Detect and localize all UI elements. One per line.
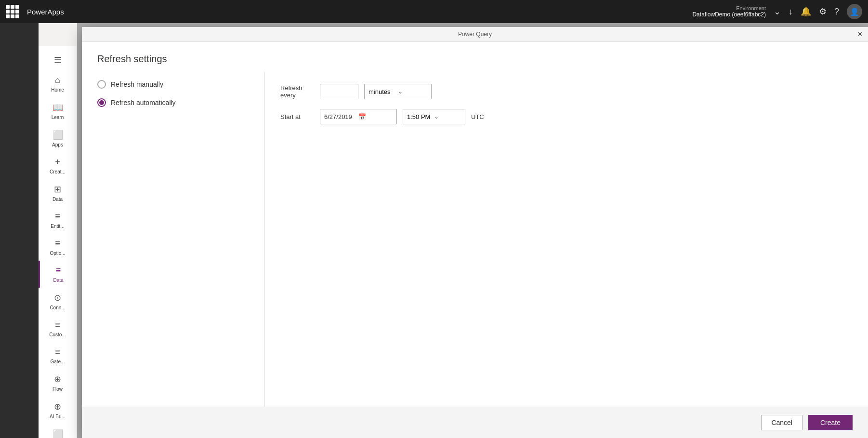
data-icon: ⊞ [54, 184, 61, 195]
custom-icon: ≡ [55, 320, 60, 330]
dataflows-icon: ≡ [56, 265, 61, 276]
refresh-manually-label: Refresh manually [111, 80, 163, 88]
chevron-down-icon[interactable]: ⌄ [774, 6, 781, 17]
date-input[interactable]: 6/27/2019 📅 [320, 109, 397, 124]
sidebar-item-menu[interactable]: ☰ [39, 50, 77, 70]
refresh-every-label: Refresh every [280, 84, 314, 99]
sidebar-item-dataflows-label: Data [41, 278, 75, 283]
start-at-label: Start at [280, 113, 314, 120]
modal-title-bar: Power Query × [82, 27, 868, 42]
home-icon: ⌂ [55, 75, 60, 85]
options-icon: ≡ [55, 239, 60, 249]
refresh-interval-input[interactable] [320, 84, 358, 99]
dialog-title: Power Query [458, 31, 492, 38]
sidebar-item-gateways-label: Gate... [41, 359, 75, 364]
environment-block: Environment DataflowDemo (oeef6ffabc2) [692, 5, 766, 18]
environment-name: DataflowDemo (oeef6ffabc2) [692, 11, 766, 18]
create-icon: + [55, 157, 60, 167]
sidebar-item-apps[interactable]: ⬜ Apps [39, 125, 77, 152]
waffle-icon[interactable] [6, 5, 19, 18]
sidebar-item-entities[interactable]: ≡ Entit... [39, 207, 77, 234]
sidebar-item-options[interactable]: ≡ Optio... [39, 234, 77, 261]
sidebar-item-solutions[interactable]: ⬜ Solu... [39, 424, 77, 438]
connections-icon: ⊙ [54, 292, 61, 303]
sidebar-item-connections[interactable]: ⊙ Conn... [39, 288, 77, 315]
sidebar-item-flows-label: Flow [41, 386, 75, 392]
sidebar: ☰ ⌂ Home 📖 Learn ⬜ Apps + Creat... ⊞ Dat… [39, 46, 77, 438]
refresh-settings-modal: Power Query × Refresh settings Refresh m… [82, 27, 868, 438]
time-dropdown-arrow: ⌄ [434, 113, 461, 120]
notification-icon[interactable]: 🔔 [801, 6, 811, 17]
cancel-button[interactable]: Cancel [761, 415, 802, 430]
minutes-dropdown-value: minutes [368, 88, 398, 95]
refresh-automatically-label: Refresh automatically [111, 99, 176, 106]
menu-icon: ☰ [54, 55, 62, 66]
calendar-icon[interactable]: 📅 [358, 113, 393, 120]
sidebar-item-data-label: Data [41, 197, 75, 202]
entities-icon: ≡ [55, 212, 60, 222]
avatar[interactable]: 👤 [847, 4, 862, 19]
sidebar-item-connections-label: Conn... [41, 305, 75, 310]
top-bar: PowerApps Environment DataflowDemo (oeef… [0, 0, 868, 23]
flows-icon: ⊕ [54, 374, 61, 385]
modal-body: Refresh manually Refresh automatically R… [82, 72, 868, 407]
refresh-automatically-option[interactable]: Refresh automatically [97, 98, 249, 107]
sidebar-item-ai-builder-label: AI Bu... [41, 414, 75, 419]
minutes-dropdown-arrow: ⌄ [398, 88, 427, 95]
sidebar-item-ai-builder[interactable]: ⊕ AI Bu... [39, 397, 77, 424]
ai-builder-icon: ⊕ [54, 401, 61, 412]
time-dropdown[interactable]: 1:50 PM ⌄ [403, 109, 465, 124]
refresh-every-row: Refresh every minutes ⌄ [280, 84, 853, 99]
utc-label: UTC [471, 113, 484, 120]
sidebar-item-custom[interactable]: ≡ Custo... [39, 315, 77, 342]
sidebar-item-flows[interactable]: ⊕ Flow [39, 369, 77, 397]
sidebar-item-entities-label: Entit... [41, 224, 75, 229]
radio-selected-dot [99, 100, 104, 105]
create-button[interactable]: Create [808, 415, 853, 430]
modal-heading: Refresh settings [97, 53, 853, 65]
left-panel: Refresh manually Refresh automatically [82, 72, 265, 407]
sidebar-item-options-label: Optio... [41, 251, 75, 256]
refresh-automatically-radio[interactable] [97, 98, 106, 107]
right-panel: Refresh every minutes ⌄ Start at 6/27/20… [265, 72, 868, 407]
sidebar-item-home[interactable]: ⌂ Home [39, 70, 77, 97]
close-button[interactable]: × [858, 30, 862, 38]
download-icon[interactable]: ↓ [789, 7, 793, 17]
modal-header: Refresh settings [82, 42, 868, 72]
sidebar-item-create-label: Creat... [41, 169, 75, 174]
sidebar-item-custom-label: Custo... [41, 332, 75, 337]
solutions-icon: ⬜ [53, 429, 63, 438]
modal-footer: Cancel Create [82, 407, 868, 438]
settings-icon[interactable]: ⚙ [819, 6, 827, 17]
sidebar-item-gateways[interactable]: ≡ Gate... [39, 342, 77, 369]
gateways-icon: ≡ [55, 347, 60, 357]
sidebar-item-home-label: Home [41, 87, 75, 93]
sidebar-item-learn-label: Learn [41, 115, 75, 120]
sidebar-item-create[interactable]: + Creat... [39, 152, 77, 179]
help-icon[interactable]: ? [834, 7, 839, 17]
sidebar-item-apps-label: Apps [41, 142, 75, 147]
learn-icon: 📖 [53, 102, 63, 113]
refresh-manually-radio[interactable] [97, 80, 106, 89]
minutes-dropdown[interactable]: minutes ⌄ [364, 84, 432, 99]
environment-label: Environment [736, 5, 766, 11]
time-value: 1:50 PM [407, 113, 434, 120]
refresh-manually-option[interactable]: Refresh manually [97, 80, 249, 89]
app-title: PowerApps [27, 8, 64, 16]
date-value: 6/27/2019 [324, 113, 358, 120]
main-content: ☰ ⌂ Home 📖 Learn ⬜ Apps + Creat... ⊞ Dat… [39, 23, 868, 438]
sidebar-item-dataflows[interactable]: ≡ Data [39, 261, 77, 288]
start-at-row: Start at 6/27/2019 📅 1:50 PM ⌄ UTC [280, 109, 853, 124]
apps-icon: ⬜ [53, 130, 63, 140]
sidebar-item-data[interactable]: ⊞ Data [39, 179, 77, 207]
sidebar-item-learn[interactable]: 📖 Learn [39, 97, 77, 125]
